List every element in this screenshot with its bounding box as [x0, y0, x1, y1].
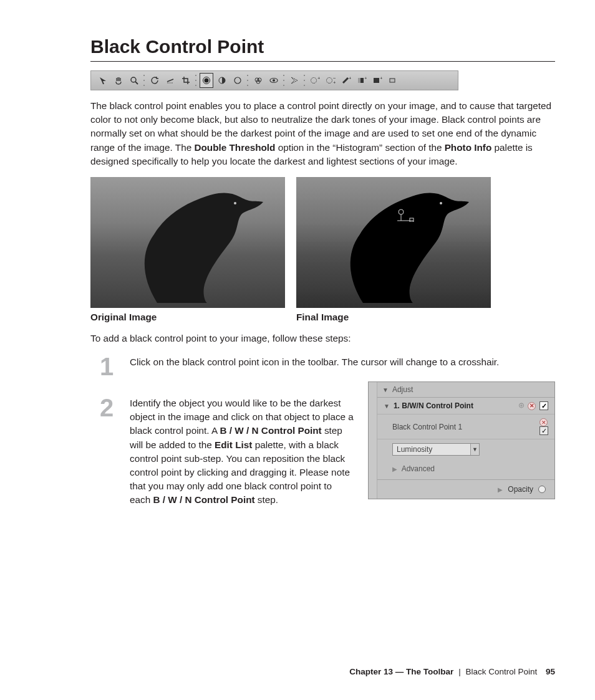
original-caption: Original Image: [90, 312, 285, 323]
advanced-row[interactable]: ▶ Advanced: [377, 459, 554, 480]
final-image-card: Final Image: [296, 177, 491, 323]
original-image: [90, 177, 285, 308]
method-dropdown[interactable]: Luminosity ▼: [392, 443, 480, 456]
svg-point-28: [399, 209, 404, 214]
substep-label: Black Control Point 1: [392, 423, 462, 431]
intro-text-2: option in the “Histogram” section of the: [275, 142, 444, 153]
svg-text:+: +: [333, 80, 336, 85]
white-control-point-icon[interactable]: [231, 73, 244, 88]
hand-tool-icon[interactable]: [112, 73, 125, 88]
svg-line-1: [135, 82, 138, 84]
zoom-tool-icon[interactable]: [127, 73, 141, 88]
svg-text:+: +: [380, 76, 382, 81]
rotate-tool-icon[interactable]: [148, 73, 162, 88]
svg-rect-21: [358, 78, 360, 83]
svg-line-2: [167, 79, 173, 82]
step-1-number: 1: [100, 355, 121, 378]
svg-point-5: [205, 79, 209, 83]
dropdown-arrow-icon: ▼: [470, 444, 479, 455]
step-2-number: 2: [100, 396, 121, 507]
step-1-text: Click on the black control point icon in…: [130, 355, 555, 378]
svg-point-0: [131, 77, 136, 82]
advanced-triangle-icon: ▶: [392, 466, 397, 472]
straighten-tool-icon[interactable]: [163, 73, 177, 88]
svg-text:+: +: [349, 76, 351, 81]
arrow-tool-icon[interactable]: [96, 73, 110, 88]
step-2-text: Identify the object you would like to be…: [130, 396, 354, 507]
opacity-row: ▶ Opacity: [377, 480, 554, 499]
eraser-tool-icon[interactable]: +: [339, 73, 353, 88]
step-2-b1: B / W / N Control Point: [220, 425, 322, 436]
opacity-label: Opacity: [508, 485, 533, 494]
svg-point-27: [440, 202, 442, 204]
svg-point-7: [235, 77, 241, 84]
gradient-tool-icon[interactable]: +: [355, 73, 369, 88]
svg-text:+: +: [317, 76, 320, 81]
palette-grip[interactable]: [369, 382, 377, 499]
original-image-card: Original Image: [90, 177, 285, 323]
step-row-title: 1. B/W/N Control Point: [394, 401, 473, 410]
substep-checkbox[interactable]: ✓: [539, 426, 548, 435]
control-point-marker-icon: [397, 208, 416, 222]
svg-point-26: [234, 202, 236, 204]
svg-point-12: [273, 79, 275, 82]
minus-brush-icon[interactable]: −+: [324, 73, 337, 88]
footer-section: Black Control Point: [465, 667, 537, 676]
intro-bold-2: Photo Info: [445, 142, 492, 153]
redeye-control-point-icon[interactable]: [267, 73, 281, 88]
intro-bold-1: Double Threshold: [194, 142, 275, 153]
svg-rect-25: [390, 79, 395, 82]
step-2-b3: B / W / N Control Point: [153, 494, 254, 505]
footer-page-number: 95: [546, 667, 555, 676]
plus-brush-icon[interactable]: +: [308, 73, 322, 88]
substep-row[interactable]: Black Control Point 1 ✕ ✓: [377, 415, 554, 439]
lasso-tool-icon[interactable]: [288, 73, 301, 88]
opacity-radio[interactable]: [538, 486, 546, 493]
example-images-row: Original Image Final Image: [90, 177, 555, 323]
fill-tool-icon[interactable]: +: [370, 73, 384, 88]
step-triangle-icon: ▼: [384, 403, 390, 410]
advanced-label: Advanced: [402, 464, 435, 473]
palette-header[interactable]: ▼ Adjust: [377, 382, 554, 398]
step-row[interactable]: ▼ 1. B/W/N Control Point ⦾ ✕ ✓: [377, 398, 554, 415]
final-caption: Final Image: [296, 312, 491, 323]
link-icon[interactable]: ⦾: [519, 402, 524, 410]
dropdown-value: Luminosity: [397, 445, 432, 454]
final-image: [296, 177, 491, 308]
delete-substep-icon[interactable]: ✕: [539, 418, 548, 426]
intro-paragraph: The black control point enables you to p…: [90, 99, 555, 168]
step-2-e: step.: [255, 494, 278, 505]
footer-chapter: Chapter 13 — The Toolbar: [349, 667, 453, 676]
toolbar: + −+ + + +: [90, 70, 458, 90]
page-title: Black Control Point: [90, 36, 555, 62]
svg-point-15: [327, 78, 332, 84]
step-checkbox[interactable]: ✓: [539, 401, 548, 410]
delete-step-icon[interactable]: ✕: [528, 402, 536, 410]
steps-intro: To add a black control point to your ima…: [90, 332, 555, 345]
remove-tool-icon[interactable]: [386, 73, 400, 88]
palette-title: Adjust: [392, 385, 413, 394]
svg-rect-31: [410, 218, 414, 222]
svg-rect-23: [374, 78, 379, 83]
color-control-point-icon[interactable]: [251, 73, 265, 88]
opacity-triangle-icon: ▶: [498, 486, 503, 493]
collapse-triangle-icon: ▼: [382, 386, 389, 393]
svg-text:+: +: [364, 76, 367, 81]
step-2-b2: Edit List: [215, 439, 252, 450]
neutral-control-point-icon[interactable]: [215, 73, 229, 88]
svg-point-13: [311, 78, 317, 84]
svg-line-18: [343, 78, 348, 83]
black-control-point-icon[interactable]: [200, 73, 213, 88]
crop-tool-icon[interactable]: [179, 73, 193, 88]
adjust-palette: ▼ Adjust ▼ 1. B/W/N Control Point ⦾ ✕ ✓ …: [368, 381, 555, 499]
step-1: 1 Click on the black control point icon …: [90, 355, 555, 378]
page-footer: Chapter 13 — The Toolbar | Black Control…: [349, 667, 555, 676]
dropdown-row: Luminosity ▼: [377, 439, 554, 459]
